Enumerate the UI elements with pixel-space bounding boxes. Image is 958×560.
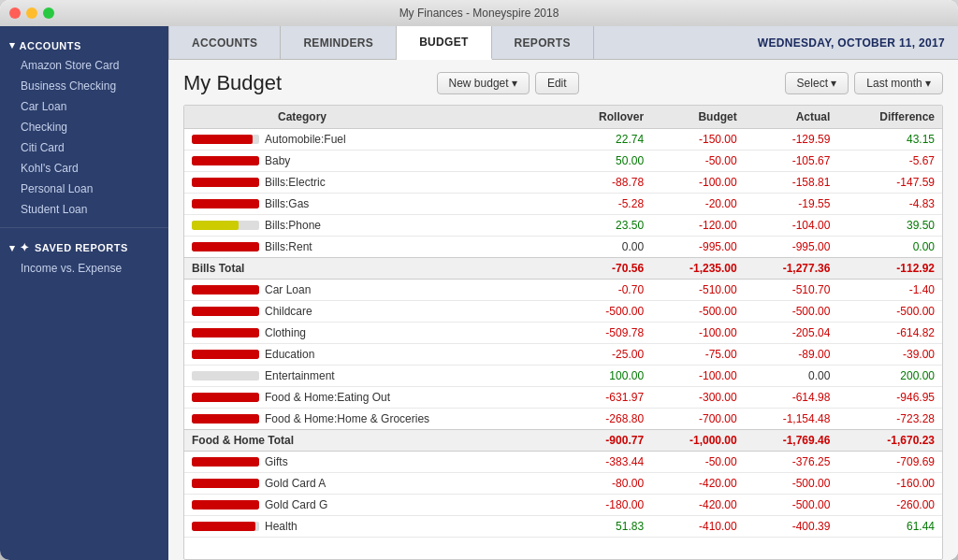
last-month-button[interactable]: Last month ▾ <box>854 72 943 94</box>
cell-actual: -400.39 <box>745 516 838 538</box>
cell-budget: -1,235.00 <box>651 258 745 280</box>
cell-budget: -50.00 <box>651 151 745 172</box>
table-row[interactable]: Baby50.00-50.00-105.67-5.67 <box>184 151 942 172</box>
cell-budget: -410.00 <box>651 516 745 538</box>
cell-rollover: 22.74 <box>561 129 651 151</box>
table-row[interactable]: Automobile:Fuel22.74-150.00-129.5943.15 <box>184 129 942 151</box>
header-rollover: Rollover <box>561 106 651 129</box>
cell-category: Bills Total <box>184 258 561 280</box>
sidebar-item-kohls[interactable]: Kohl's Card <box>0 158 168 179</box>
table-row[interactable]: Health51.83-410.00-400.3961.44 <box>184 516 942 538</box>
close-button[interactable] <box>9 7 21 19</box>
cell-category: Baby <box>184 151 561 172</box>
sidebar-item-personal-loan[interactable]: Personal Loan <box>0 179 168 199</box>
progress-bar-fill <box>192 221 239 230</box>
cell-category: Bills:Electric <box>184 172 561 194</box>
cell-actual: -105.67 <box>745 151 838 172</box>
cell-budget: -500.00 <box>651 301 745 323</box>
cell-actual: -510.70 <box>745 280 838 301</box>
reports-chevron-icon: ▾ <box>9 242 16 254</box>
table-row[interactable]: Childcare-500.00-500.00-500.00-500.00 <box>184 301 942 323</box>
table-row[interactable]: Education-25.00-75.00-89.00-39.00 <box>184 344 942 366</box>
cell-difference: -112.92 <box>837 258 942 280</box>
minimize-button[interactable] <box>26 7 37 19</box>
cell-difference: -160.00 <box>837 473 942 495</box>
sidebar-item-business-checking[interactable]: Business Checking <box>0 76 168 96</box>
table-row[interactable]: Food & Home:Eating Out-631.97-300.00-614… <box>184 387 942 409</box>
table-row[interactable]: Bills:Phone23.50-120.00-104.0039.50 <box>184 215 942 237</box>
progress-bar-wrap <box>192 285 259 294</box>
select-button[interactable]: Select ▾ <box>785 72 849 94</box>
table-row[interactable]: Bills:Electric-88.78-100.00-158.81-147.5… <box>184 172 942 194</box>
cell-actual: -158.81 <box>745 172 838 194</box>
cell-difference: -147.59 <box>837 172 942 194</box>
progress-bar-wrap <box>192 457 259 467</box>
cell-actual: 0.00 <box>745 366 838 387</box>
progress-bar-wrap <box>192 350 259 359</box>
table-row[interactable]: Bills:Gas-5.28-20.00-19.55-4.83 <box>184 194 942 215</box>
cell-actual: -89.00 <box>745 344 838 366</box>
cell-actual: -500.00 <box>745 473 838 495</box>
cell-difference: -260.00 <box>837 495 942 516</box>
tab-reports[interactable]: REPORTS <box>492 26 594 59</box>
sidebar-item-car-loan[interactable]: Car Loan <box>0 96 168 117</box>
nav-date: WEDNESDAY, OCTOBER 11, 2017 <box>745 26 958 59</box>
cell-budget: -1,000.00 <box>651 430 745 452</box>
cell-budget: -150.00 <box>651 129 745 151</box>
progress-bar-fill <box>192 479 259 488</box>
cell-category: Car Loan <box>184 280 561 301</box>
sidebar-item-citi[interactable]: Citi Card <box>0 137 168 158</box>
tab-reminders[interactable]: REMINDERS <box>281 26 397 59</box>
cell-rollover: 50.00 <box>561 151 651 172</box>
table-row[interactable]: Food & Home Total-900.77-1,000.00-1,769.… <box>184 430 942 452</box>
table-row[interactable]: Gifts-383.44-50.00-376.25-709.69 <box>184 452 942 473</box>
edit-button[interactable]: Edit <box>535 72 579 94</box>
header-actual: Actual <box>745 106 838 129</box>
table-row[interactable]: Car Loan-0.70-510.00-510.70-1.40 <box>184 280 942 301</box>
table-row[interactable]: Food & Home:Home & Groceries-268.80-700.… <box>184 409 942 430</box>
table-row[interactable]: Bills:Rent0.00-995.00-995.000.00 <box>184 237 942 258</box>
table-row[interactable]: Clothing-509.78-100.00-205.04-614.82 <box>184 323 942 344</box>
table-row[interactable]: Bills Total-70.56-1,235.00-1,277.36-112.… <box>184 258 942 280</box>
cell-rollover: -5.28 <box>561 194 651 215</box>
title-bar: My Finances - Moneyspire 2018 <box>0 0 958 26</box>
table-header-row: Category Rollover Budget Actual Differen… <box>184 106 942 129</box>
sidebar-item-student-loan[interactable]: Student Loan <box>0 199 168 220</box>
progress-bar-fill <box>192 156 259 165</box>
header-budget: Budget <box>651 106 745 129</box>
table-row[interactable]: Gold Card G-180.00-420.00-500.00-260.00 <box>184 495 942 516</box>
cell-rollover: -509.78 <box>561 323 651 344</box>
category-label: Education <box>265 348 314 361</box>
sidebar: ▾ ACCOUNTS Amazon Store Card Business Ch… <box>0 26 168 560</box>
cell-budget: -300.00 <box>651 387 745 409</box>
app-body: ▾ ACCOUNTS Amazon Store Card Business Ch… <box>0 26 958 560</box>
category-label: Gold Card G <box>265 498 327 511</box>
table-row[interactable]: Entertainment100.00-100.000.00200.00 <box>184 366 942 387</box>
category-label: Automobile:Fuel <box>265 133 346 146</box>
cell-category: Entertainment <box>184 366 561 387</box>
cell-actual: -500.00 <box>745 495 838 516</box>
cell-actual: -1,154.48 <box>745 409 838 430</box>
cell-rollover: -268.80 <box>561 409 651 430</box>
cell-category: Automobile:Fuel <box>184 129 561 151</box>
category-label: Gold Card A <box>265 477 326 490</box>
tab-budget[interactable]: BUDGET <box>397 26 491 60</box>
new-budget-button[interactable]: New budget ▾ <box>437 72 530 94</box>
sidebar-item-amazon[interactable]: Amazon Store Card <box>0 55 168 76</box>
sidebar-item-income-vs-expense[interactable]: Income vs. Expense <box>0 258 168 279</box>
header-category: Category <box>184 106 561 129</box>
cell-actual: -129.59 <box>745 129 838 151</box>
progress-bar-wrap <box>192 500 259 510</box>
progress-bar-wrap <box>192 242 259 251</box>
table-row[interactable]: Gold Card A-80.00-420.00-500.00-160.00 <box>184 473 942 495</box>
cell-difference: -39.00 <box>837 344 942 366</box>
progress-bar-fill <box>192 307 259 316</box>
category-label: Childcare <box>265 305 312 318</box>
sidebar-item-checking[interactable]: Checking <box>0 117 168 137</box>
category-label: Gifts <box>265 455 288 468</box>
page-header: My Budget New budget ▾ Edit Select ▾ Las… <box>183 71 943 95</box>
page-content: My Budget New budget ▾ Edit Select ▾ Las… <box>168 60 958 560</box>
progress-bar-wrap <box>192 307 259 316</box>
tab-accounts[interactable]: ACCOUNTS <box>168 26 281 59</box>
maximize-button[interactable] <box>43 7 54 19</box>
